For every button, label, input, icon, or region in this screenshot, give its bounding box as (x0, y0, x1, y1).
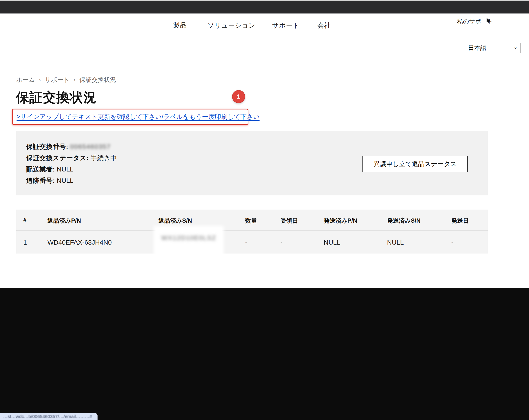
nav-item-support[interactable]: サポート (272, 21, 300, 30)
signup-alert-box: >サインアップしてテキスト更新を確認して下さい/ラベルをもう一度印刷して下さい (12, 109, 248, 125)
chevron-down-icon: ⌄ (513, 44, 518, 50)
signup-print-label-link[interactable]: >サインアップしてテキスト更新を確認して下さい/ラベルをもう一度印刷して下さい (16, 113, 260, 121)
cell-ship-date: - (451, 239, 453, 246)
warranty-status-label: 保証交換ステータス: (26, 154, 89, 161)
col-header-shipped-sn: 発送済みS/N (387, 217, 421, 224)
warranty-status-row: 保証交換ステータス: 手続き中 (26, 154, 117, 163)
breadcrumb-current: 保証交換状況 (79, 76, 116, 84)
col-header-quantity: 数量 (245, 217, 257, 224)
warranty-number-value-blurred: 0065460357 (70, 143, 111, 150)
tracking-number-label: 追跡番号: (26, 177, 55, 184)
col-header-returned-pn: 返品済みP/N (47, 217, 81, 224)
table-header-row: # 返品済みP/N 返品済みS/N 数量 受領日 発送済みP/N 発送済みS/N… (16, 210, 488, 230)
language-select-value: 日本語 (468, 44, 486, 52)
main-navbar (0, 13, 529, 40)
breadcrumb-support[interactable]: サポート (45, 76, 70, 84)
warranty-status-page: 製品 ソリューション サポート 会社 私のサポート 日本語 ⌄ ホーム › サポ… (0, 0, 529, 420)
col-header-ship-date: 発送日 (451, 217, 469, 224)
status-url-fragment: …st…wdc…b/0065460357/…/email………# (3, 414, 92, 419)
carrier-label: 配送業者: (26, 166, 55, 173)
top-black-bar (0, 1, 529, 13)
tracking-number-row: 追跡番号: NULL (26, 176, 74, 185)
cell-shipped-sn: NULL (387, 239, 404, 246)
carrier-value: NULL (57, 166, 74, 173)
warranty-status-value: 手続き中 (91, 154, 117, 161)
page-title: 保証交換状況 (16, 89, 97, 106)
warranty-number-label: 保証交換番号: (26, 143, 68, 150)
cell-index: 1 (23, 239, 27, 246)
mouse-cursor-icon (486, 17, 491, 24)
notification-badge: 1 (232, 90, 245, 103)
col-header-received-date: 受領日 (280, 217, 298, 224)
footer: Western Digital. WD WD_BLACK™ SanDisk ⟳ … (0, 288, 529, 420)
browser-status-tooltip: …st…wdc…b/0065460357/…/email………# (0, 413, 97, 420)
warranty-summary-panel: 保証交換番号: 0065460357 保証交換ステータス: 手続き中 配送業者:… (16, 131, 488, 196)
cell-quantity: - (245, 239, 247, 246)
breadcrumb-separator: › (39, 76, 41, 83)
language-select[interactable]: 日本語 ⌄ (465, 43, 520, 53)
cell-returned-sn-blurred: WX12D10E0LSZ (161, 234, 216, 242)
dispute-return-status-button[interactable]: 異議申し立て返品ステータス (362, 156, 468, 172)
breadcrumb-home[interactable]: ホーム (16, 76, 35, 84)
col-header-returned-sn: 返品済みS/N (159, 217, 192, 224)
cell-received-date: - (280, 239, 283, 246)
cell-shipped-pn: NULL (324, 239, 341, 246)
warranty-number-row: 保証交換番号: 0065460357 (26, 142, 111, 151)
carrier-row: 配送業者: NULL (26, 165, 74, 174)
breadcrumb-separator: › (74, 76, 76, 83)
tracking-number-value: NULL (57, 177, 74, 184)
return-items-table: # 返品済みP/N 返品済みS/N 数量 受領日 発送済みP/N 発送済みS/N… (16, 210, 488, 253)
breadcrumb: ホーム › サポート › 保証交換状況 (16, 76, 116, 84)
nav-item-solutions[interactable]: ソリューション (208, 21, 256, 30)
nav-item-products[interactable]: 製品 (173, 21, 187, 30)
cell-returned-pn: WD40EFAX-68JH4N0 (47, 239, 112, 246)
cell-returned-sn-blur-patch: WX12D10E0LSZ (156, 228, 222, 264)
nav-item-company[interactable]: 会社 (317, 21, 331, 30)
col-header-index: # (23, 217, 26, 223)
col-header-shipped-pn: 発送済みP/N (324, 217, 357, 224)
table-row: 1 WD40EFAX-68JH4N0 - - NULL NULL - (16, 231, 488, 253)
